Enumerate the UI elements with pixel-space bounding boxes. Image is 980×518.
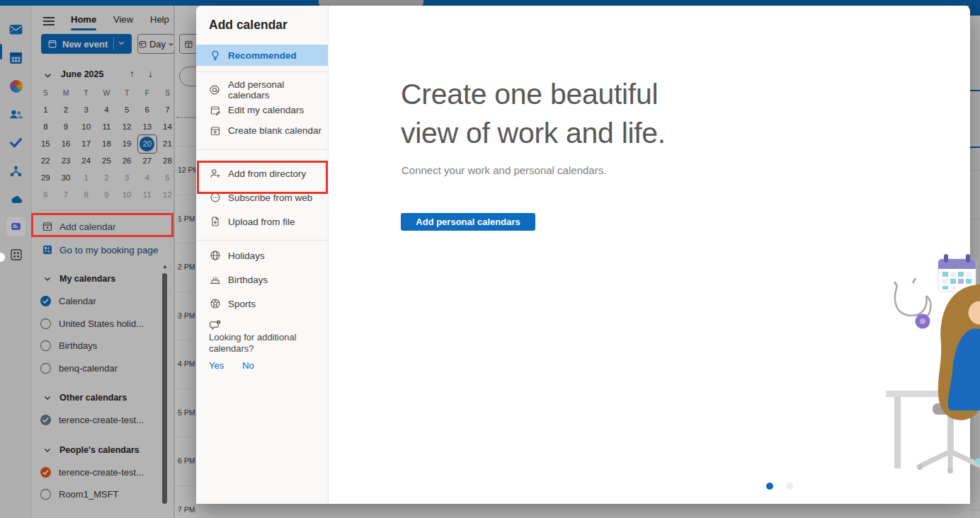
carousel-dots [766, 483, 793, 490]
add-calendar-nav-panel: Add calendar RecommendedAdd personal cal… [196, 6, 329, 504]
subscribe-icon [209, 192, 221, 203]
nav-item-label: Add personal calendars [228, 79, 328, 100]
nav-divider [196, 240, 328, 241]
nav-divider [196, 71, 328, 72]
nav-item-holidays[interactable]: Holidays [196, 243, 328, 267]
nav-item-label: Birthdays [228, 275, 268, 285]
nav-item-label: Subscribe from web [228, 192, 312, 203]
add-calendar-dialog: Add calendar RecommendedAdd personal cal… [196, 6, 970, 504]
feedback-block: Looking for additional calendars? [209, 320, 328, 355]
stethoscope-icon [894, 278, 930, 329]
feedback-no-link[interactable]: No [242, 360, 254, 371]
feedback-icon [209, 320, 328, 332]
nav-item-subscribe-from-web[interactable]: Subscribe from web [196, 185, 328, 209]
nav-item-label: Edit my calendars [228, 105, 304, 115]
nav-divider [196, 149, 328, 150]
feedback-question-line1: Looking for additional [209, 332, 328, 343]
nav-item-label: Recommended [228, 50, 297, 61]
dialog-title: Add calendar [209, 18, 328, 33]
at-icon [209, 84, 221, 96]
dialog-nav: RecommendedAdd personal calendarsEdit my… [196, 45, 328, 316]
sports-icon [209, 298, 221, 309]
woman [938, 284, 980, 465]
edit-calendar-icon [209, 105, 221, 116]
nav-item-label: Create blank calendar [228, 125, 321, 136]
hero-heading: Create one beautiful view of work and li… [401, 75, 666, 153]
outlook-calendar-window: Home View Help New event Day June 2025 ↑… [0, 0, 980, 518]
feedback-yes-link[interactable]: Yes [209, 360, 224, 371]
feedback-question-line2: calendars? [209, 343, 328, 355]
hero-subtitle: Connect your work and personal calendars… [401, 164, 606, 176]
upload-file-icon [209, 216, 221, 227]
nav-item-add-from-directory[interactable]: Add from directory [196, 161, 328, 185]
nav-item-add-personal-calendars[interactable]: Add personal calendars [196, 79, 328, 100]
add-personal-calendars-button[interactable]: Add personal calendars [401, 213, 535, 231]
illustration [876, 245, 980, 478]
nav-item-label: Add from directory [228, 168, 306, 179]
nav-item-label: Holidays [228, 251, 265, 261]
carousel-dot[interactable] [786, 483, 793, 490]
carousel-dot-active[interactable] [766, 483, 773, 490]
nav-item-label: Sports [228, 299, 256, 309]
create-calendar-icon [209, 125, 221, 137]
globe-icon [209, 250, 221, 261]
dialog-content: Create one beautiful view of work and li… [329, 6, 970, 504]
nav-item-edit-my-calendars[interactable]: Edit my calendars [196, 100, 328, 120]
nav-item-label: Upload from file [228, 217, 295, 227]
nav-item-create-blank-calendar[interactable]: Create blank calendar [196, 120, 328, 141]
person-add-icon [209, 168, 221, 179]
nav-item-recommended[interactable]: Recommended [196, 45, 328, 66]
nav-item-birthdays[interactable]: Birthdays [196, 267, 328, 292]
nav-item-upload-from-file[interactable]: Upload from file [196, 209, 328, 234]
nav-item-sports[interactable]: Sports [196, 292, 328, 316]
lightbulb-icon [209, 50, 221, 61]
cake-icon [209, 274, 221, 285]
